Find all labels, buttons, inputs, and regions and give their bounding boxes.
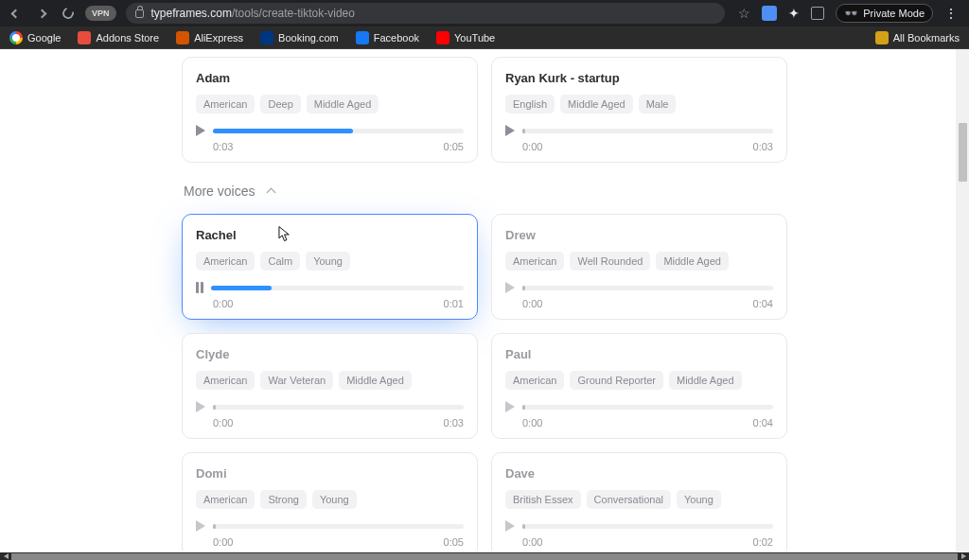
all-bookmarks-button[interactable]: All Bookmarks	[875, 31, 960, 44]
bookmark-favicon	[9, 31, 23, 44]
voice-name: Adam	[196, 71, 464, 85]
audio-player	[505, 282, 773, 293]
audio-player	[196, 125, 464, 136]
voice-tag: American	[196, 490, 255, 509]
bookmark-item[interactable]: Addons Store	[78, 31, 159, 44]
seek-track[interactable]	[522, 405, 773, 410]
pause-button[interactable]	[196, 282, 203, 293]
nav-forward-button[interactable]	[34, 6, 49, 21]
voice-name: Dave	[505, 466, 773, 481]
play-button[interactable]	[505, 520, 515, 532]
voice-tag: American	[505, 371, 564, 390]
voice-tag: Deep	[260, 95, 300, 114]
audio-player	[196, 401, 464, 412]
bookmark-item[interactable]: Google	[9, 31, 61, 44]
bookmark-favicon	[356, 31, 369, 44]
voice-tag: Middle Aged	[656, 252, 729, 271]
voice-tag: War Veteran	[260, 371, 333, 390]
seek-track[interactable]	[213, 405, 464, 410]
voice-card[interactable]: Drew AmericanWell RoundedMiddle Aged 0:0…	[491, 214, 787, 320]
play-button[interactable]	[505, 125, 515, 136]
seek-track[interactable]	[213, 129, 464, 133]
seek-track[interactable]	[213, 524, 464, 529]
play-button[interactable]	[196, 520, 205, 532]
voice-card[interactable]: Clyde AmericanWar VeteranMiddle Aged 0:0…	[182, 333, 478, 439]
time-display: 0:000:03	[196, 417, 464, 429]
bookmarks-bar: GoogleAddons StoreAliExpressBooking.comF…	[0, 26, 969, 49]
time-display: 0:030:05	[196, 141, 464, 152]
voice-tags: AmericanStrongYoung	[196, 490, 464, 509]
nav-back-button[interactable]	[8, 6, 23, 21]
bookmark-label: Google	[27, 32, 61, 44]
voice-tag: Middle Aged	[669, 371, 742, 390]
voice-name: Drew	[505, 228, 773, 242]
voice-tag: Well Rounded	[570, 252, 650, 271]
voice-tags: AmericanDeepMiddle Aged	[196, 95, 464, 114]
voice-tags: British EssexConversationalYoung	[505, 490, 773, 509]
voice-name: Paul	[505, 347, 773, 361]
browser-menu-icon[interactable]: ⋮	[944, 6, 958, 21]
voice-card[interactable]: Domi AmericanStrongYoung 0:000:05	[182, 452, 478, 552]
vpn-badge[interactable]: VPN	[85, 6, 116, 21]
bookmark-favicon	[78, 31, 91, 44]
voice-tag: Conversational	[587, 490, 671, 509]
voice-tag: Young	[312, 490, 357, 509]
bookmark-item[interactable]: Booking.com	[260, 31, 339, 44]
play-button[interactable]	[505, 282, 515, 293]
incognito-icon: 👓	[844, 7, 858, 20]
audio-player	[505, 125, 773, 136]
bookmark-favicon	[176, 31, 189, 44]
voice-tag: Middle Aged	[560, 95, 633, 114]
vertical-scrollbar[interactable]	[956, 49, 969, 552]
voice-name: Domi	[196, 466, 464, 481]
panel-icon[interactable]	[811, 7, 824, 20]
voice-card[interactable]: Ryan Kurk - startup EnglishMiddle AgedMa…	[491, 57, 787, 163]
more-voices-toggle[interactable]: More voices	[184, 184, 787, 199]
bookmark-favicon	[436, 31, 449, 44]
voice-tag: American	[196, 371, 255, 390]
extension-icon[interactable]	[762, 6, 777, 21]
page-viewport[interactable]: Adam AmericanDeepMiddle Aged 0:030:05 Ry…	[0, 49, 969, 552]
audio-player	[196, 520, 464, 532]
bookmark-item[interactable]: AliExpress	[176, 31, 243, 44]
voice-card[interactable]: Dave British EssexConversationalYoung 0:…	[491, 452, 787, 552]
play-button[interactable]	[196, 401, 205, 412]
voice-tag: Strong	[260, 490, 306, 509]
address-bar[interactable]: typeframes.com/tools/create-tiktok-video	[126, 3, 726, 24]
seek-track[interactable]	[522, 524, 773, 529]
voice-card[interactable]: Adam AmericanDeepMiddle Aged 0:030:05	[182, 57, 478, 163]
voice-card[interactable]: Paul AmericanGround ReporterMiddle Aged …	[491, 333, 787, 439]
seek-track[interactable]	[211, 286, 464, 290]
time-display: 0:000:03	[505, 141, 773, 152]
extensions-puzzle-icon[interactable]: ✦	[788, 6, 800, 21]
voice-name: Rachel	[196, 228, 464, 242]
section-title: More voices	[184, 184, 255, 199]
private-mode-badge[interactable]: 👓Private Mode	[836, 4, 933, 23]
seek-track[interactable]	[522, 129, 773, 133]
voice-tag: Male	[639, 95, 677, 114]
audio-player	[196, 282, 464, 293]
voice-card[interactable]: Rachel AmericanCalmYoung 0:000:01	[182, 214, 478, 320]
chevron-up-icon	[267, 188, 276, 198]
bookmark-item[interactable]: YouTube	[436, 31, 495, 44]
voice-tags: EnglishMiddle AgedMale	[505, 95, 773, 114]
url-text: typeframes.com/tools/create-tiktok-video	[151, 7, 355, 20]
bookmark-star-icon[interactable]: ☆	[738, 6, 750, 21]
nav-reload-button[interactable]	[61, 6, 76, 21]
voice-name: Clyde	[196, 347, 464, 361]
play-button[interactable]	[505, 401, 515, 412]
play-button[interactable]	[196, 125, 205, 136]
bookmark-item[interactable]: Facebook	[356, 31, 419, 44]
time-display: 0:000:04	[505, 298, 773, 309]
seek-track[interactable]	[522, 286, 773, 290]
voice-tag: Ground Reporter	[570, 371, 663, 390]
scrollbar-thumb[interactable]	[959, 123, 967, 182]
audio-player	[505, 520, 773, 532]
time-display: 0:000:01	[196, 298, 464, 309]
horizontal-scrollbar[interactable]	[0, 552, 969, 560]
lock-icon	[135, 9, 144, 18]
voice-tag: American	[196, 95, 255, 114]
voice-tag: Young	[306, 252, 350, 271]
voice-tags: AmericanWar VeteranMiddle Aged	[196, 371, 464, 390]
voice-tag: American	[196, 252, 255, 271]
